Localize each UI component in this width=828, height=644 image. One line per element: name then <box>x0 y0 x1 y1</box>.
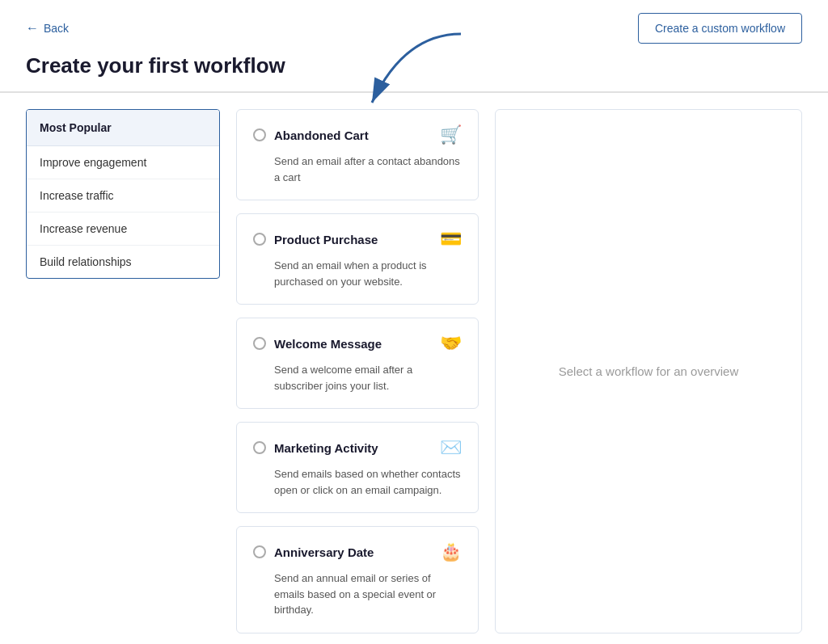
workflow-card-header: Welcome Message 🤝 <box>253 333 462 354</box>
radio-welcome-message[interactable] <box>253 337 266 350</box>
workflow-card-product-purchase[interactable]: Product Purchase 💳 Send an email when a … <box>236 213 479 305</box>
radio-anniversary-date[interactable] <box>253 545 266 558</box>
title-row: Abandoned Cart <box>253 128 369 142</box>
sidebar: Most Popular Improve engagement Increase… <box>26 109 220 279</box>
workflow-card-header: Marketing Activity ✉️ <box>253 437 462 458</box>
workflow-card-abandoned-cart[interactable]: Abandoned Cart 🛒 Send an email after a c… <box>236 109 479 200</box>
back-arrow-icon: ← <box>26 21 39 36</box>
workflow-title-anniversary-date: Anniversary Date <box>274 545 374 559</box>
sidebar-item-increase-traffic[interactable]: Increase traffic <box>27 179 219 213</box>
workflow-card-header: Abandoned Cart 🛒 <box>253 124 462 145</box>
workflow-title-abandoned-cart: Abandoned Cart <box>274 128 369 142</box>
title-row: Anniversary Date <box>253 545 374 559</box>
workflow-card-header: Anniversary Date 🎂 <box>253 541 462 562</box>
workflow-desc-product-purchase: Send an email when a product is purchase… <box>253 258 462 289</box>
sidebar-item-improve-engagement[interactable]: Improve engagement <box>27 146 219 179</box>
workflow-card-welcome-message[interactable]: Welcome Message 🤝 Send a welcome email a… <box>236 318 479 409</box>
workflow-desc-abandoned-cart: Send an email after a contact abandons a… <box>253 154 462 185</box>
back-label: Back <box>44 22 69 35</box>
welcome-message-icon: 🤝 <box>440 333 462 354</box>
radio-marketing-activity[interactable] <box>253 441 266 454</box>
workflow-overview-panel: Select a workflow for an overview <box>495 109 802 633</box>
abandoned-cart-icon: 🛒 <box>440 124 462 145</box>
title-row: Marketing Activity <box>253 441 378 455</box>
page-title: Create your first workflow <box>26 53 802 78</box>
radio-abandoned-cart[interactable] <box>253 128 266 141</box>
workflow-title-marketing-activity: Marketing Activity <box>274 441 378 455</box>
main-content: Most Popular Improve engagement Increase… <box>0 93 828 644</box>
sidebar-item-build-relationships[interactable]: Build relationships <box>27 246 219 278</box>
sidebar-header: Most Popular <box>27 110 219 146</box>
workflow-card-marketing-activity[interactable]: Marketing Activity ✉️ Send emails based … <box>236 422 479 513</box>
workflow-card-header: Product Purchase 💳 <box>253 229 462 250</box>
back-link[interactable]: ← Back <box>26 21 69 36</box>
overview-placeholder: Select a workflow for an overview <box>559 364 739 378</box>
workflow-card-anniversary-date[interactable]: Anniversary Date 🎂 Send an annual email … <box>236 526 479 633</box>
marketing-activity-icon: ✉️ <box>440 437 462 458</box>
title-row: Product Purchase <box>253 233 378 246</box>
workflow-desc-welcome-message: Send a welcome email after a subscriber … <box>253 362 462 394</box>
title-row: Welcome Message <box>253 337 382 351</box>
workflow-desc-anniversary-date: Send an annual email or series of emails… <box>253 570 462 618</box>
workflow-desc-marketing-activity: Send emails based on whether contacts op… <box>253 466 462 498</box>
sidebar-item-increase-revenue[interactable]: Increase revenue <box>27 213 219 246</box>
workflow-title-welcome-message: Welcome Message <box>274 337 382 351</box>
product-purchase-icon: 💳 <box>440 229 462 250</box>
workflow-title-product-purchase: Product Purchase <box>274 233 378 246</box>
anniversary-date-icon: 🎂 <box>440 541 462 562</box>
create-custom-workflow-button[interactable]: Create a custom workflow <box>638 13 802 44</box>
radio-product-purchase[interactable] <box>253 233 266 246</box>
workflow-list: Abandoned Cart 🛒 Send an email after a c… <box>236 109 479 633</box>
